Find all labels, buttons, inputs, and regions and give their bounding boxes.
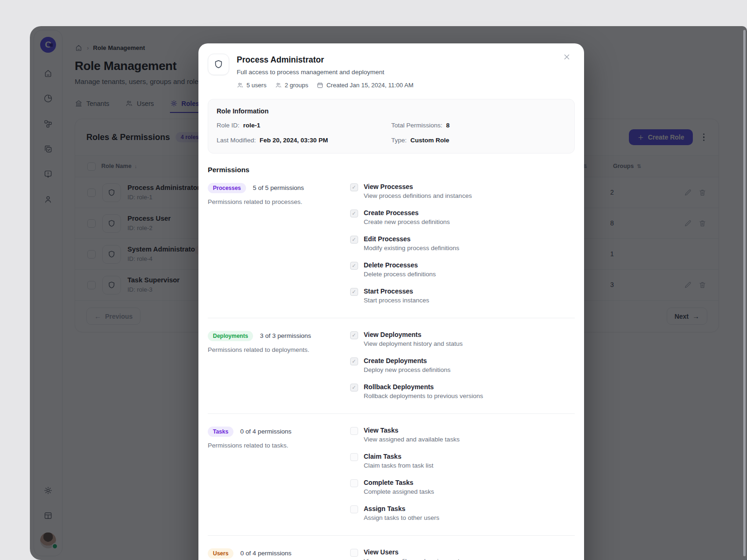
permission-count: 0 of 4 permissions	[240, 428, 292, 435]
permission-checkbox[interactable]	[350, 549, 358, 557]
close-icon	[563, 53, 571, 61]
permission-count: 5 of 5 permissions	[253, 184, 304, 191]
permission-description: View deployment history and status	[364, 340, 463, 347]
modal-title: Process Administrator	[237, 55, 413, 65]
calendar-icon	[317, 82, 324, 89]
permission-checkbox[interactable]	[350, 210, 358, 217]
permission-item: Create Processes Create new process defi…	[350, 209, 575, 225]
permission-checkbox[interactable]	[350, 183, 358, 191]
role-information-panel: Role Information Role ID:role-1 Total Pe…	[208, 99, 575, 154]
permission-title: Assign Tasks	[364, 505, 439, 512]
field-label: Last Modified:	[217, 137, 256, 144]
category-description: Permissions related to deployments.	[208, 346, 350, 353]
category-badge: Deployments	[208, 331, 253, 341]
close-button[interactable]	[563, 53, 574, 64]
permission-checkbox[interactable]	[350, 262, 358, 270]
permission-item: Complete Tasks Complete assigned tasks	[350, 479, 575, 495]
permission-checkbox[interactable]	[350, 384, 358, 392]
permission-title: View Tasks	[364, 427, 459, 434]
permission-item: Claim Tasks Claim tasks from task list	[350, 453, 575, 469]
permission-title: Claim Tasks	[364, 453, 433, 460]
permission-section: Processes 5 of 5 permissions Permissions…	[208, 174, 575, 318]
field-label: Type:	[391, 137, 407, 144]
permission-count: 0 of 4 permissions	[240, 550, 292, 557]
permission-item: Edit Processes Modify existing process d…	[350, 235, 575, 252]
permission-description: View process definitions and instances	[364, 192, 472, 199]
field-label: Role ID:	[217, 122, 240, 129]
users-icon	[275, 82, 282, 89]
users-icon	[237, 82, 244, 89]
permission-item: View Tasks View assigned and available t…	[350, 427, 575, 443]
permission-description: Claim tasks from task list	[364, 462, 433, 469]
permission-description: View user profiles and assignments	[364, 558, 463, 560]
permission-title: View Deployments	[364, 331, 463, 338]
field-value: Custom Role	[410, 137, 449, 144]
role-information-heading: Role Information	[217, 107, 566, 115]
role-information-fields: Role ID:role-1 Total Permissions:8 Last …	[217, 122, 566, 144]
permission-title: View Processes	[364, 183, 472, 190]
field-label: Total Permissions:	[391, 122, 443, 129]
permission-description: Start process instances	[364, 297, 429, 304]
role-shield-icon	[208, 54, 229, 75]
permissions-heading: Permissions	[208, 166, 575, 174]
permission-description: View assigned and available tasks	[364, 436, 459, 443]
permission-title: Start Processes	[364, 287, 429, 295]
category-badge: Users	[208, 548, 233, 559]
info-field: Type:Custom Role	[391, 137, 566, 144]
category-description: Permissions related to tasks.	[208, 442, 350, 449]
category-description: Permissions related to processes.	[208, 198, 350, 205]
permission-description: Rollback deployments to previous version…	[364, 392, 483, 399]
permission-section: Deployments 3 of 3 permissions Permissio…	[208, 318, 575, 414]
permission-checkbox[interactable]	[350, 427, 358, 435]
permission-item: View Deployments View deployment history…	[350, 331, 575, 347]
permission-checkbox[interactable]	[350, 357, 358, 365]
permission-description: Delete process definitions	[364, 271, 436, 278]
field-value: role-1	[243, 122, 261, 129]
permission-item: Start Processes Start process instances	[350, 287, 575, 304]
permission-title: Create Processes	[364, 209, 450, 217]
permission-item: Rollback Deployments Rollback deployment…	[350, 383, 575, 399]
permission-description: Complete assigned tasks	[364, 488, 434, 495]
permission-checkbox[interactable]	[350, 479, 358, 487]
permission-title: Rollback Deployments	[364, 383, 483, 391]
modal-subtitle: Full access to process management and de…	[237, 69, 413, 76]
permission-checkbox[interactable]	[350, 453, 358, 461]
permission-checkbox[interactable]	[350, 505, 358, 513]
role-details-modal: Process Administrator Full access to pro…	[198, 43, 584, 560]
permission-description: Create new process definitions	[364, 218, 450, 225]
permission-checkbox[interactable]	[350, 288, 358, 296]
field-value: 8	[446, 122, 450, 129]
created-meta: Created Jan 15, 2024, 11:00 AM	[317, 82, 413, 89]
permission-title: Edit Processes	[364, 235, 459, 243]
permission-count: 3 of 3 permissions	[260, 332, 311, 339]
permission-item: Assign Tasks Assign tasks to other users	[350, 505, 575, 521]
permission-title: View Users	[364, 548, 463, 556]
permission-title: Delete Processes	[364, 261, 436, 269]
permission-title: Create Deployments	[364, 357, 451, 364]
permission-checkbox[interactable]	[350, 236, 358, 244]
permission-description: Assign tasks to other users	[364, 514, 439, 521]
permission-section: Users 0 of 4 permissions Permissions rel…	[208, 536, 575, 560]
permission-section: Tasks 0 of 4 permissions Permissions rel…	[208, 414, 575, 536]
permission-checkbox[interactable]	[350, 331, 358, 339]
permission-item: View Users View user profiles and assign…	[350, 548, 575, 560]
users-meta: 5 users	[237, 82, 267, 89]
permission-description: Deploy new process definitions	[364, 366, 451, 373]
scrollbar[interactable]	[743, 30, 746, 556]
info-field: Last Modified:Feb 20, 2024, 03:30 PM	[217, 137, 391, 144]
info-field: Total Permissions:8	[391, 122, 566, 129]
field-value: Feb 20, 2024, 03:30 PM	[260, 137, 328, 144]
groups-meta: 2 groups	[275, 82, 309, 89]
info-field: Role ID:role-1	[217, 122, 391, 129]
permissions-sections: Processes 5 of 5 permissions Permissions…	[208, 174, 575, 560]
permission-title: Complete Tasks	[364, 479, 434, 486]
permission-item: Create Deployments Deploy new process de…	[350, 357, 575, 373]
category-badge: Processes	[208, 183, 246, 193]
permission-item: Delete Processes Delete process definiti…	[350, 261, 575, 278]
category-badge: Tasks	[208, 427, 233, 437]
permission-item: View Processes View process definitions …	[350, 183, 575, 199]
permission-description: Modify existing process definitions	[364, 245, 459, 252]
